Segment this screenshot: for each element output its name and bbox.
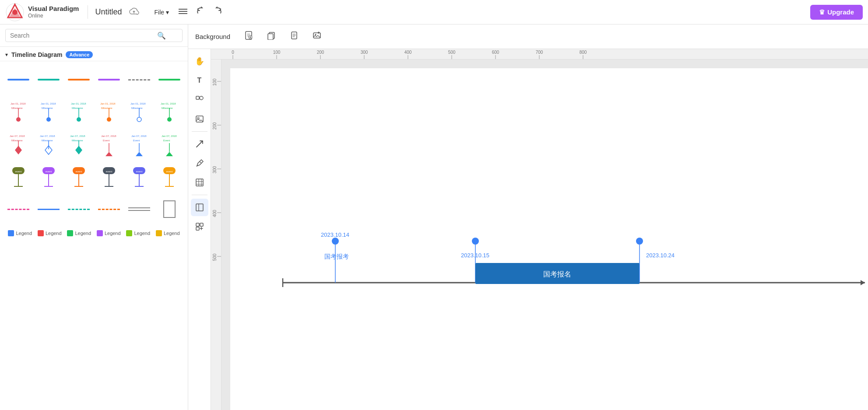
image-tool-button[interactable] (191, 110, 208, 128)
search-input[interactable] (5, 29, 183, 42)
svg-point-87 (200, 96, 203, 100)
milestone-green2[interactable]: Jan 01, 2018 Milestone (156, 99, 183, 125)
lollipop-indigo[interactable]: event (126, 164, 152, 190)
svg-text:200: 200 (317, 50, 324, 55)
redo-icon (214, 7, 222, 15)
svg-rect-119 (211, 60, 221, 410)
svg-text:400: 400 (212, 210, 217, 217)
main-area: 🔍 ▾ Timeline Diagram Advance (0, 25, 868, 410)
shape-teal-line[interactable] (35, 67, 62, 93)
shape-row-lines (4, 65, 184, 95)
shape-green-line[interactable] (156, 67, 183, 93)
diamond-red[interactable]: Jan 07, 2018 Milestone (5, 131, 32, 158)
shape-blue-line[interactable] (5, 67, 32, 93)
legend-teal[interactable]: Legend (67, 230, 91, 236)
milestone-red[interactable]: Jan 01, 2018 Milestone (5, 99, 32, 125)
advance-badge: Advance (66, 51, 93, 58)
category-arrow: ▾ (5, 52, 8, 58)
svg-marker-42 (75, 146, 82, 154)
shapes-category: ▾ Timeline Diagram Advance (0, 47, 188, 61)
shape-gray-line[interactable] (126, 67, 152, 93)
event-triangle-2[interactable]: Jan 07, 2018 Event (126, 131, 152, 158)
solid-line-blue[interactable] (35, 196, 62, 222)
milestone-teal[interactable]: Jan 01, 2018 Milestone (66, 99, 92, 125)
lollipop-olive[interactable]: event (5, 164, 32, 190)
svg-text:Jan 01, 2018: Jan 01, 2018 (100, 102, 116, 105)
legend-olive[interactable]: Legend (126, 230, 150, 236)
svg-text:Jan 07, 2018: Jan 07, 2018 (131, 135, 147, 137)
svg-rect-90 (196, 179, 203, 186)
arrow-tool-button[interactable] (191, 135, 208, 153)
background-label: Background (195, 33, 230, 40)
diagram-canvas[interactable]: 2023.10.14 国考报考 2023.10.15 国考报名 (230, 68, 868, 410)
export-image-button[interactable] (309, 29, 325, 44)
event1-label: 国考报考 (324, 253, 349, 260)
lollipop-gray[interactable]: event (96, 164, 122, 190)
event-triangle-3[interactable]: Jan 07, 2018 Event (156, 131, 183, 158)
table-icon (195, 178, 204, 187)
diamond-blue[interactable]: Jan 07, 2018 Milestone (35, 131, 62, 158)
legend-purple[interactable]: Legend (97, 230, 121, 236)
file-menu-button[interactable]: File ▾ (151, 7, 172, 18)
dash-line-orange[interactable] (96, 196, 122, 222)
rect-shape[interactable] (156, 196, 183, 222)
legend-blue[interactable]: Legend (8, 230, 32, 236)
lollipop-amber[interactable]: event (156, 164, 183, 190)
milestone-orange[interactable]: Jan 01, 2018 Milestone (96, 99, 122, 125)
text-icon: T (197, 77, 202, 84)
page-settings-button[interactable] (286, 29, 302, 44)
svg-text:700: 700 (536, 50, 543, 55)
dash-line-pink[interactable] (5, 196, 32, 222)
event2-dot[interactable] (472, 238, 479, 245)
export-pdf-button[interactable] (241, 29, 257, 44)
cloud-sync-button[interactable] (126, 5, 142, 19)
svg-text:Jan 01, 2018: Jan 01, 2018 (161, 102, 176, 105)
shape-orange-line[interactable] (66, 67, 92, 93)
tool-separator (192, 131, 207, 132)
svg-rect-82 (268, 34, 273, 40)
hamburger-menu-button[interactable] (176, 6, 190, 18)
upgrade-button[interactable]: ♛ Upgrade (810, 5, 863, 20)
shape-tool-button[interactable] (191, 91, 208, 109)
redo-button[interactable] (211, 5, 225, 19)
timeline-svg[interactable]: 2023.10.14 国考报考 2023.10.15 国考报名 (230, 68, 868, 410)
duplicate-button[interactable] (264, 29, 279, 44)
panel-view-button[interactable] (191, 199, 208, 216)
svg-text:600: 600 (492, 50, 499, 55)
svg-text:Milestone: Milestone (11, 107, 23, 109)
timeline-arrow (861, 280, 865, 285)
brand-name: Visual Paradigm (28, 5, 79, 13)
svg-marker-34 (15, 146, 22, 154)
svg-point-22 (107, 117, 111, 122)
svg-point-30 (167, 117, 172, 122)
export-image-icon (313, 31, 321, 40)
legend-red[interactable]: Legend (38, 230, 62, 236)
milestone-green[interactable]: Jan 01, 2018 Milestone (126, 99, 152, 125)
text-tool-button[interactable]: T (191, 72, 208, 89)
svg-text:Jan 01, 2018: Jan 01, 2018 (71, 102, 86, 105)
shape-row-lollipop: event event event (4, 162, 184, 192)
shape-icon (195, 95, 204, 104)
svg-text:Event: Event (103, 139, 110, 142)
upgrade-icon: ♛ (819, 8, 825, 16)
hand-tool-button[interactable]: ✋ (191, 53, 208, 70)
dash-line-teal[interactable] (66, 196, 92, 222)
search-bar: 🔍 (0, 25, 188, 47)
double-line[interactable] (126, 196, 152, 222)
table-tool-button[interactable] (191, 174, 208, 191)
canvas-content[interactable]: 2023.10.14 国考报考 2023.10.15 国考报名 (221, 60, 868, 410)
lollipop-purple[interactable]: event (35, 164, 62, 190)
lollipop-orange[interactable]: event (66, 164, 92, 190)
grid-add-button[interactable] (191, 218, 208, 235)
svg-text:0: 0 (232, 50, 234, 55)
event3-dot[interactable] (636, 238, 643, 245)
legend-yellow[interactable]: Legend (156, 230, 180, 236)
milestone-blue[interactable]: Jan 01, 2018 Milestone (35, 99, 62, 125)
svg-point-85 (315, 34, 316, 35)
event1-dot[interactable] (332, 238, 339, 245)
undo-button[interactable] (193, 5, 207, 19)
shape-purple-line[interactable] (96, 67, 122, 93)
event-triangle[interactable]: Jan 07, 2018 Event (96, 131, 122, 158)
diamond-teal[interactable]: Jan 07, 2018 Milestone (66, 131, 92, 158)
pen-tool-button[interactable] (191, 154, 208, 172)
